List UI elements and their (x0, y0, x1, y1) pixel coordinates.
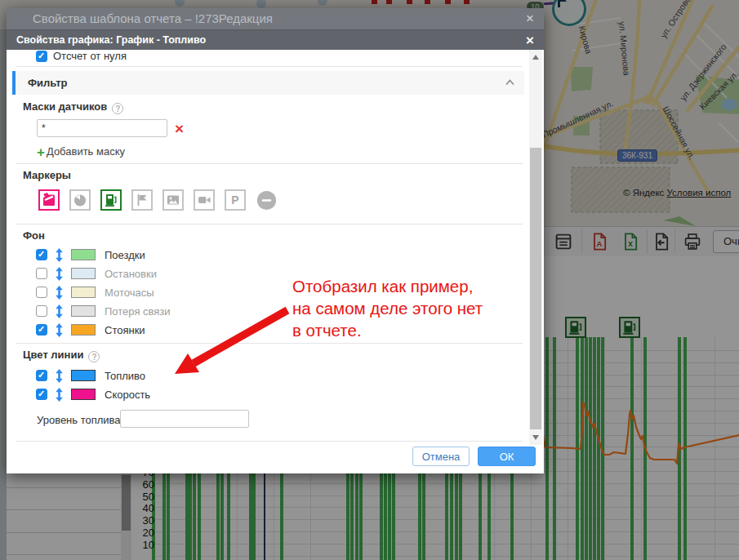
color-swatch[interactable] (71, 389, 96, 400)
color-row: Топливо (36, 367, 150, 384)
row-checkbox[interactable] (36, 305, 47, 317)
inner-dialog-title: Свойства графика: График - Топливо (16, 34, 206, 46)
dialog-body: Отсчет от нуля Фильтр Маски датчиков? × … (7, 50, 544, 473)
outer-dialog-titlebar: Свойства шаблона отчета – !273Редакция × (7, 8, 544, 29)
row-checkbox[interactable] (36, 324, 47, 336)
reorder-arrows-icon[interactable] (55, 304, 64, 318)
background-rows: ПоездкиОстановкиМоточасыПотеря связиСтоя… (36, 247, 171, 340)
color-swatch[interactable] (71, 305, 96, 317)
color-swatch[interactable] (71, 370, 96, 381)
outer-close-icon[interactable]: × (526, 8, 534, 29)
row-checkbox[interactable] (36, 370, 47, 381)
color-swatch[interactable] (71, 249, 96, 260)
fuel-level-label: Уровень топлива (37, 414, 121, 426)
collapse-chevron-icon[interactable] (505, 79, 514, 86)
dialog-scrollbar-thumb[interactable] (530, 148, 541, 429)
inner-close-icon[interactable]: × (526, 30, 534, 51)
row-checkbox[interactable] (36, 249, 47, 260)
row-checkbox[interactable] (36, 389, 47, 400)
color-row: Моточасы (36, 284, 171, 300)
plus-icon: + (37, 144, 45, 160)
help-icon[interactable]: ? (112, 103, 123, 114)
row-label: Стоянки (105, 324, 145, 336)
scroll-up-arrow[interactable] (532, 55, 539, 60)
video-marker-option[interactable] (194, 189, 215, 211)
ok-button[interactable]: ОК (478, 447, 536, 466)
fuel-theft-marker-option[interactable] (38, 189, 60, 211)
reorder-arrows-icon[interactable] (55, 267, 64, 281)
scroll-down-arrow[interactable] (532, 435, 539, 440)
zero-from-checkbox[interactable] (36, 51, 47, 62)
color-swatch[interactable] (71, 287, 96, 298)
outer-dialog-title: Свойства шаблона отчета – !273Редакция (33, 11, 273, 25)
screen: { "dialog": { "outer_title": "Свойства ш… (0, 0, 739, 560)
row-label: Скорость (105, 389, 150, 401)
sensor-mask-input[interactable] (37, 119, 167, 137)
reorder-arrows-icon[interactable] (55, 369, 64, 383)
row-label: Поездки (105, 249, 145, 261)
row-label: Топливо (105, 370, 145, 382)
cancel-button[interactable]: Отмена (412, 447, 470, 466)
reorder-arrows-icon[interactable] (55, 323, 64, 337)
filter-section-title: Фильтр (28, 77, 68, 89)
event-flag-marker-option[interactable] (131, 189, 153, 211)
color-swatch[interactable] (71, 324, 96, 336)
line-color-label: Цвет линии? (23, 349, 100, 362)
row-checkbox[interactable] (36, 268, 47, 279)
reorder-arrows-icon[interactable] (55, 248, 64, 262)
filter-section-header[interactable]: Фильтр (12, 71, 524, 95)
reorder-arrows-icon[interactable] (55, 388, 64, 402)
zero-from-label: Отсчет от нуля (53, 50, 127, 62)
color-row: Стоянки (36, 322, 171, 338)
row-label: Потеря связи (105, 305, 171, 318)
row-label: Моточасы (105, 287, 154, 299)
inner-dialog-titlebar: Свойства графика: График - Топливо × (7, 29, 544, 50)
no-marker-marker-option[interactable] (256, 189, 277, 211)
svg-text:P: P (231, 193, 238, 207)
parking-marker-option[interactable]: P (225, 189, 246, 211)
add-mask-link[interactable]: +Добавить маску (37, 144, 125, 161)
color-row: Поездки (36, 247, 171, 263)
sensor-masks-label: Маски датчиков? (23, 100, 123, 114)
row-label: Остановки (105, 268, 157, 280)
color-row: Потеря связи (36, 303, 171, 319)
chart-properties-dialog: Свойства шаблона отчета – !273Редакция ×… (7, 8, 544, 473)
color-row: Остановки (36, 265, 171, 282)
fuel-filling-marker-option[interactable] (100, 189, 122, 211)
help-icon[interactable]: ? (88, 351, 100, 362)
fuel-level-input[interactable] (120, 410, 249, 428)
speeding-marker-option[interactable] (69, 189, 91, 211)
markers-label: Маркеры (23, 169, 71, 181)
zero-from-row: Отсчет от нуля (36, 50, 127, 62)
delete-mask-icon[interactable]: × (175, 122, 184, 136)
color-swatch[interactable] (71, 268, 96, 279)
color-row: Скорость (36, 386, 150, 402)
row-checkbox[interactable] (36, 287, 47, 298)
background-fill-label: Фон (23, 229, 45, 242)
dialog-scrollbar[interactable] (529, 50, 542, 445)
line-color-rows: ТопливоСкорость (36, 367, 150, 405)
reorder-arrows-icon[interactable] (55, 286, 64, 300)
marker-options: P (38, 189, 277, 211)
photo-marker-option[interactable] (162, 189, 184, 211)
